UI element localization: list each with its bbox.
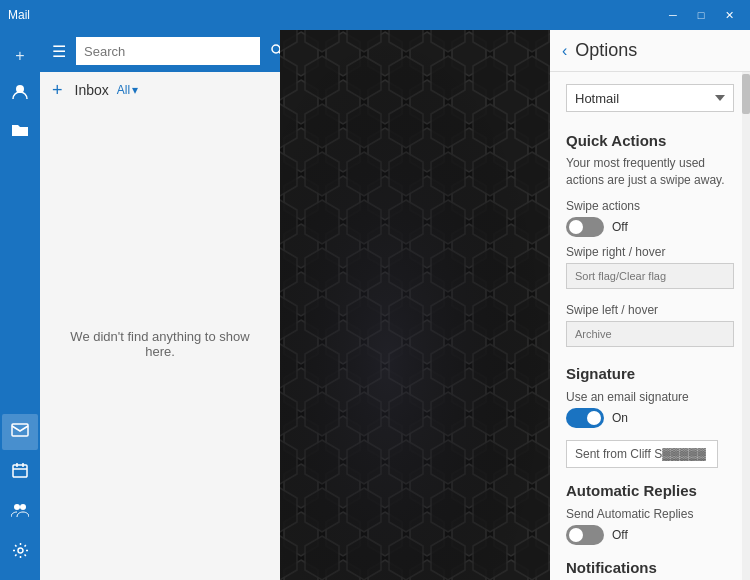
nav-icons-bottom (2, 414, 38, 580)
nav-compose-button[interactable]: + (2, 38, 38, 74)
swipe-left-label: Swipe left / hover (566, 303, 734, 317)
app-title: Mail (8, 8, 660, 22)
toggle-thumb (569, 220, 583, 234)
empty-message: We didn't find anything to show here. (40, 309, 280, 379)
compose-button[interactable]: + (48, 76, 67, 105)
signature-title: Signature (566, 365, 734, 382)
options-body[interactable]: Hotmail Gmail Outlook Quick Actions Your… (550, 72, 750, 580)
swipe-actions-toggle[interactable] (566, 217, 604, 237)
use-signature-label: Use an email signature (566, 390, 734, 404)
swipe-actions-state: Off (612, 220, 628, 234)
swipe-left-input[interactable] (566, 321, 734, 347)
sidebar-empty: We didn't find anything to show here. (40, 108, 280, 580)
auto-replies-toggle-row: Off (566, 525, 734, 545)
folder-icon (11, 122, 29, 142)
signature-toggle[interactable] (566, 408, 604, 428)
app-container: + (0, 30, 750, 580)
settings-icon (12, 542, 29, 563)
nav-settings-button[interactable] (2, 534, 38, 570)
nav-calendar-button[interactable] (2, 454, 38, 490)
nav-people-button[interactable] (2, 494, 38, 530)
svg-point-8 (18, 548, 23, 553)
contacts-icon (11, 83, 29, 105)
window-controls: ─ □ ✕ (660, 5, 742, 25)
auto-replies-toggle[interactable] (566, 525, 604, 545)
svg-rect-19 (280, 30, 550, 580)
signature-toggle-row: On (566, 408, 734, 428)
auto-replies-title: Automatic Replies (566, 482, 734, 499)
quick-actions-title: Quick Actions (566, 132, 734, 149)
close-button[interactable]: ✕ (716, 5, 742, 25)
minimize-button[interactable]: ─ (660, 5, 686, 25)
signature-input[interactable] (566, 440, 718, 468)
scroll-thumb[interactable] (742, 74, 750, 114)
swipe-actions-label: Swipe actions (566, 199, 734, 213)
maximize-button[interactable]: □ (688, 5, 714, 25)
account-select[interactable]: Hotmail Gmail Outlook (566, 84, 734, 112)
search-input[interactable] (76, 37, 260, 65)
svg-point-7 (20, 504, 26, 510)
sidebar-toolbar: + Inbox All ▾ (40, 72, 280, 108)
toggle-thumb-sig (587, 411, 601, 425)
nav-contacts-button[interactable] (2, 76, 38, 112)
hamburger-icon[interactable]: ☰ (48, 38, 70, 65)
sidebar: ☰ + Inbox All ▾ We did (40, 30, 280, 580)
title-bar: Mail ─ □ ✕ (0, 0, 750, 30)
chevron-down-icon: ▾ (132, 83, 138, 97)
options-header: ‹ Options (550, 30, 750, 72)
nav-icons: + (0, 30, 40, 580)
compose-icon: + (15, 47, 24, 65)
swipe-actions-toggle-row: Off (566, 217, 734, 237)
options-title: Options (575, 40, 637, 61)
back-button[interactable]: ‹ (562, 42, 567, 60)
svg-point-9 (272, 45, 280, 53)
hexagon-background (280, 30, 550, 580)
signature-state: On (612, 411, 628, 425)
inbox-label: Inbox (75, 82, 109, 98)
nav-folders-button[interactable] (2, 114, 38, 150)
toggle-thumb-auto (569, 528, 583, 542)
center-panel (280, 30, 550, 580)
notifications-title: Notifications (566, 559, 734, 576)
calendar-icon (12, 462, 28, 482)
send-auto-replies-label: Send Automatic Replies (566, 507, 734, 521)
mail-icon (11, 423, 29, 441)
swipe-right-label: Swipe right / hover (566, 245, 734, 259)
swipe-right-input[interactable] (566, 263, 734, 289)
nav-mail-button[interactable] (2, 414, 38, 450)
options-panel: ‹ Options Hotmail Gmail Outlook Quick Ac… (550, 30, 750, 580)
people-icon (11, 502, 29, 522)
sidebar-header: ☰ (40, 30, 280, 72)
auto-replies-state: Off (612, 528, 628, 542)
all-dropdown[interactable]: All ▾ (117, 83, 138, 97)
scrollbar[interactable] (742, 72, 750, 580)
svg-rect-2 (13, 465, 27, 477)
svg-point-6 (14, 504, 20, 510)
svg-rect-1 (12, 424, 28, 436)
quick-actions-desc: Your most frequently used actions are ju… (566, 155, 734, 189)
